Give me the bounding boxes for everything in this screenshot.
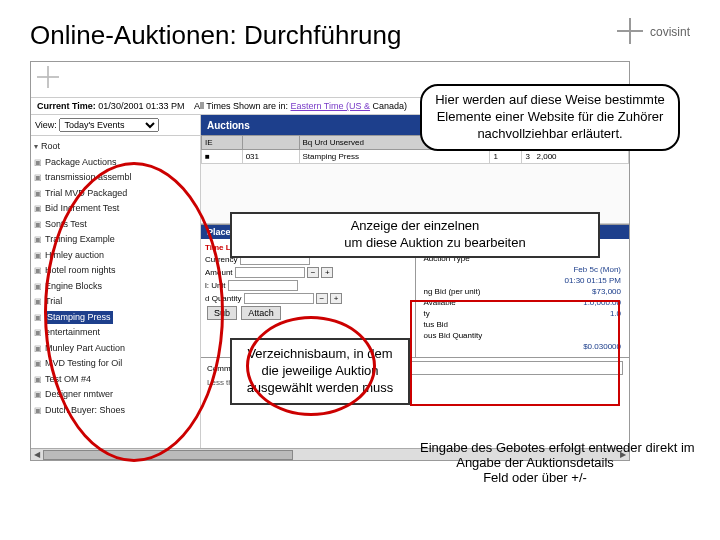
col-ie[interactable]: IE: [202, 136, 243, 150]
tz-note: All Times Shown are in:: [194, 101, 288, 111]
auctions-title: Auctions: [207, 120, 250, 131]
tree-item[interactable]: Trial MVD Packaged: [34, 186, 197, 202]
tree-item-selected[interactable]: Stamping Press: [34, 310, 197, 326]
tree-view[interactable]: Root Package Auctions transmission assem…: [31, 136, 200, 453]
tree-item[interactable]: Himley auction: [34, 248, 197, 264]
qty-label: d Quantity: [205, 294, 241, 303]
submit-button[interactable]: Sub: [207, 306, 237, 320]
amount-label: Amount: [205, 268, 233, 277]
amount-input[interactable]: [235, 267, 305, 278]
tz-note2: Canada): [373, 101, 408, 111]
callout-top-right: Hier werden auf diese Weise bestimmte El…: [420, 84, 680, 151]
tree-item[interactable]: Designer nmtwer: [34, 387, 197, 403]
tree-item[interactable]: transmission assembl: [34, 170, 197, 186]
tree-item[interactable]: MVD Testing for Oil: [34, 356, 197, 372]
tree-item[interactable]: Bid Increment Test: [34, 201, 197, 217]
table-row[interactable]: ■ 031 Stamping Press 1 3 2,000: [202, 150, 629, 164]
tree-item[interactable]: Dutch Buyer: Shoes: [34, 403, 197, 419]
tree-item[interactable]: Training Example: [34, 232, 197, 248]
brand-logo: covisint: [617, 18, 690, 46]
callout-bottom: Eingabe des Gebotes erfolgt entweder dir…: [420, 440, 650, 485]
unit-label: l: Unit: [205, 281, 225, 290]
amount-minus[interactable]: −: [307, 267, 319, 278]
tree-item[interactable]: Test OM #4: [34, 372, 197, 388]
tree-item[interactable]: Trial: [34, 294, 197, 310]
covisint-cross-icon: [37, 66, 59, 88]
col-2[interactable]: [242, 136, 299, 150]
brand-text: covisint: [650, 25, 690, 39]
current-time-label: Current Time:: [37, 101, 96, 111]
current-time-value: 01/30/2001 01:33 PM: [98, 101, 184, 111]
view-select[interactable]: Today's Events: [59, 118, 159, 132]
tree-item[interactable]: Sonts Test: [34, 217, 197, 233]
tree-item[interactable]: Munley Part Auction: [34, 341, 197, 357]
tree-item[interactable]: Package Auctions: [34, 155, 197, 171]
tree-item[interactable]: entertainment: [34, 325, 197, 341]
callout-anzeige: Anzeige der einzelnen um diese Auktion z…: [230, 212, 600, 258]
covisint-cross-icon: [617, 18, 643, 44]
qty-input[interactable]: [244, 293, 314, 304]
unit-input[interactable]: [228, 280, 298, 291]
tree-root[interactable]: Root: [34, 139, 197, 155]
tz-link[interactable]: Eastern Time (US &: [291, 101, 371, 111]
callout-tree: Verzeichnisbaum, in dem die jeweilige Au…: [230, 338, 410, 405]
amount-plus[interactable]: +: [321, 267, 333, 278]
view-label: View:: [35, 120, 57, 130]
qty-minus[interactable]: −: [316, 293, 328, 304]
tree-item[interactable]: Hotel room nights: [34, 263, 197, 279]
qty-plus[interactable]: +: [330, 293, 342, 304]
attach-button[interactable]: Attach: [241, 306, 281, 320]
slide-title: Online-Auktionen: Durchführung: [30, 20, 690, 51]
tree-item[interactable]: Engine Blocks: [34, 279, 197, 295]
